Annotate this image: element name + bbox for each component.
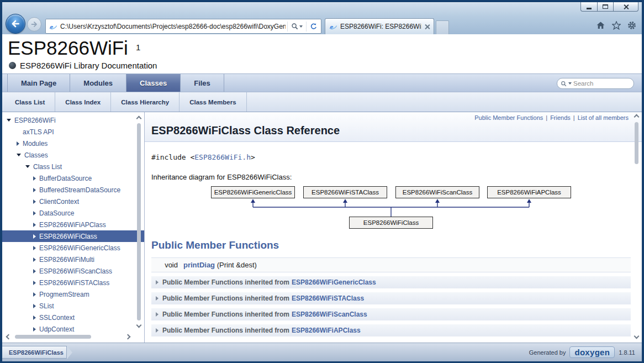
sidebar-item-clientcontext[interactable]: ClientContext	[2, 196, 144, 207]
tab-modules[interactable]: Modules	[70, 74, 126, 92]
sidebar-item-classes[interactable]: Classes	[2, 149, 144, 161]
tree-arrow-right-icon[interactable]	[33, 199, 36, 204]
tab-class-hierarchy[interactable]: Class Hierarchy	[111, 92, 180, 112]
sidebar-item-esp8266wifiscanclass[interactable]: ESP8266WiFiScanClass	[2, 265, 144, 277]
minimize-button[interactable]	[580, 2, 597, 12]
home-button[interactable]	[596, 21, 605, 30]
back-button[interactable]	[6, 14, 25, 34]
tab-close-icon[interactable]	[424, 24, 430, 30]
sidebar-item-datasource[interactable]: DataSource	[2, 207, 144, 219]
tab-files[interactable]: Files	[181, 74, 224, 92]
tab-class-list[interactable]: Class List	[5, 92, 55, 112]
scroll-up-icon[interactable]	[634, 114, 640, 120]
scroll-right-icon[interactable]	[125, 334, 131, 340]
settings-button[interactable]	[627, 21, 636, 30]
sidebar-item-bufferedstreamdatasource[interactable]: BufferedStreamDataSource	[2, 184, 144, 196]
tree-arrow-right-icon[interactable]	[33, 246, 36, 250]
chevron-down-icon[interactable]	[568, 82, 572, 85]
tree-arrow-right-icon[interactable]	[33, 188, 36, 192]
tree-arrow-right-icon[interactable]	[33, 269, 36, 273]
close-button[interactable]	[613, 2, 638, 12]
breadcrumb-item-esp8266wificlass[interactable]: ESP8266WiFiClass	[2, 346, 67, 359]
tree-arrow-right-icon[interactable]	[33, 327, 36, 332]
inherited-class-link[interactable]: ESP8266WiFiGenericClass	[292, 278, 376, 286]
scrollbar-thumb[interactable]	[635, 122, 638, 164]
include-file-link[interactable]: ESP8266WiFi.h	[194, 153, 251, 161]
sidebar-item-esp8266wificlass[interactable]: ESP8266WiFiClass	[2, 230, 144, 242]
diagram-node-staclass[interactable]: ESP8266WiFiSTAClass	[303, 186, 387, 198]
tree-arrow-right-icon[interactable]	[33, 234, 36, 239]
forward-button[interactable]	[27, 17, 41, 31]
scroll-left-icon[interactable]	[6, 334, 12, 340]
inherited-class-link[interactable]: ESP8266WiFiSTAClass	[292, 294, 364, 302]
page-viewport: ESP8266WiFi1 ESP8266WiFi Library Documen…	[2, 34, 642, 361]
inherited-section-genericclass[interactable]: Public Member Functions inherited from E…	[151, 276, 631, 288]
summary-link-all-members[interactable]: List of all members	[578, 114, 629, 121]
search-input[interactable]	[573, 80, 630, 87]
sidebar-item-bufferdatasource[interactable]: BufferDataSource	[2, 172, 144, 184]
tree-arrow-right-icon[interactable]	[33, 292, 36, 297]
tree-arrow-right-icon[interactable]	[33, 315, 36, 320]
diagram-node-apclass[interactable]: ESP8266WiFiAPClass	[487, 186, 571, 198]
tree-arrow-right-icon[interactable]	[33, 304, 36, 308]
tree-arrow-right-icon[interactable]	[33, 223, 36, 227]
sidebar-item-esp8266wifiapclass[interactable]: ESP8266WiFiAPClass	[2, 219, 144, 230]
inherited-prefix: Public Member Functions inherited from	[162, 327, 289, 334]
sidebar-item-esp8266wifi[interactable]: ESP8266WiFi	[2, 114, 144, 126]
sidebar-horizontal-scrollbar[interactable]	[7, 333, 130, 340]
sub-tab-bar: Class List Class Index Class Hierarchy C…	[2, 92, 642, 112]
chevron-down-icon	[299, 25, 303, 28]
tree-arrow-down-icon[interactable]	[7, 119, 11, 122]
tree-arrow-down-icon[interactable]	[25, 165, 30, 168]
new-tab-button[interactable]	[436, 20, 449, 34]
tree-arrow-down-icon[interactable]	[17, 154, 21, 156]
tab-class-index[interactable]: Class Index	[55, 92, 111, 112]
sidebar-item-axtls-api[interactable]: axTLS API	[2, 126, 144, 138]
favorites-button[interactable]	[612, 21, 621, 30]
scrollbar-thumb[interactable]	[15, 335, 91, 339]
sidebar-item-modules[interactable]: Modules	[2, 138, 144, 149]
diagram-node-genericclass[interactable]: ESP8266WiFiGenericClass	[211, 186, 295, 198]
inherited-class-link[interactable]: ESP8266WiFiAPClass	[292, 327, 361, 334]
tab-main-page[interactable]: Main Page	[7, 74, 70, 92]
tab-class-members[interactable]: Class Members	[180, 92, 246, 112]
section-public-member-functions: Public Member Functions	[151, 239, 631, 251]
inheritance-caption: Inheritance diagram for ESP8266WiFiClass…	[151, 173, 631, 181]
tree-arrow-right-icon[interactable]	[17, 141, 19, 146]
doxygen-logo[interactable]: doxygen	[569, 346, 615, 358]
refresh-button[interactable]	[308, 22, 319, 31]
summary-separator: |	[546, 114, 547, 121]
tree-arrow-right-icon[interactable]	[33, 281, 36, 285]
sidebar-item-progmemstream[interactable]: ProgmemStream	[2, 288, 144, 300]
content-vertical-scrollbar[interactable]	[633, 115, 640, 338]
inherited-section-staclass[interactable]: Public Member Functions inherited from E…	[151, 292, 631, 304]
browser-tab[interactable]: e ESP8266WiFi: ESP8266WiFi...	[325, 18, 434, 34]
sidebar-item-esp8266wifimulti[interactable]: ESP8266WiFiMulti	[2, 254, 144, 265]
search-dropdown-button[interactable]	[289, 22, 304, 31]
scroll-up-icon[interactable]	[136, 116, 142, 122]
diagram-node-scanclass[interactable]: ESP8266WiFiScanClass	[395, 186, 479, 198]
inherited-prefix: Public Member Functions inherited from	[162, 294, 289, 302]
diagram-node-wificlass[interactable]: ESP8266WiFiClass	[349, 217, 433, 229]
scroll-down-icon[interactable]	[634, 334, 640, 339]
summary-link-public-member-functions[interactable]: Public Member Functions	[474, 114, 543, 121]
scrollbar-thumb[interactable]	[137, 123, 141, 320]
sidebar-item-esp8266wifigenericclass[interactable]: ESP8266WiFiGenericClass	[2, 242, 144, 254]
sidebar-item-sslcontext[interactable]: SSLContext	[2, 312, 144, 323]
maximize-button[interactable]	[597, 2, 613, 12]
sidebar-item-slist[interactable]: SList	[2, 300, 144, 312]
tab-classes[interactable]: Classes	[126, 74, 181, 92]
summary-link-friends[interactable]: Friends	[550, 114, 571, 121]
url-input[interactable]	[57, 19, 286, 33]
sidebar-item-esp8266wifistaclass[interactable]: ESP8266WiFiSTAClass	[2, 277, 144, 288]
scroll-down-icon[interactable]	[136, 323, 142, 328]
tree-arrow-right-icon[interactable]	[33, 176, 36, 181]
inherited-class-link[interactable]: ESP8266WiFiScanClass	[292, 311, 367, 318]
tree-arrow-right-icon[interactable]	[33, 211, 36, 215]
tree-arrow-right-icon[interactable]	[33, 257, 36, 262]
inherited-section-scanclass[interactable]: Public Member Functions inherited from E…	[151, 308, 631, 320]
member-link-printdiag[interactable]: printDiag	[183, 261, 215, 269]
sidebar-item-class-list[interactable]: Class List	[2, 161, 144, 172]
inherited-section-apclass[interactable]: Public Member Functions inherited from E…	[151, 324, 631, 336]
sidebar-vertical-scrollbar[interactable]	[135, 117, 142, 327]
